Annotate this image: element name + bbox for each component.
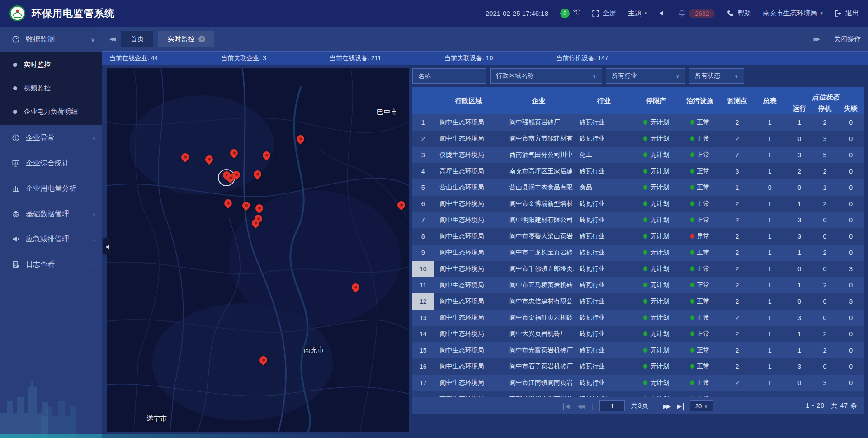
cell-total-meter: 0 [753,179,787,196]
map-pin[interactable] [254,203,264,213]
map-panel[interactable]: 巴中市 南充市 遂宁市 [107,68,409,432]
table-row[interactable]: 13阆中生态环境局阆中市金福旺页岩机砖砖瓦行业无计划正常21300 [412,310,864,326]
app-logo-icon [9,5,26,22]
theme-menu[interactable]: 主题 ▾ [628,9,647,18]
status-dot-green [690,348,694,353]
sidebar-subitem-视频监控[interactable]: 视频监控 [0,76,102,100]
tabs-scroll-left-icon[interactable]: ◀◀ [109,36,116,42]
cell-treatment: 正常 [679,245,722,261]
cell-index: 6 [412,196,434,212]
chevron-left-icon: ◀ [105,244,109,249]
sidebar: 数据监测∨实时监控视频监控企业电力负荷明细企业异常‹企业综合统计‹企业用电量分析… [0,27,102,438]
close-operations-button[interactable]: 关闭操作 [834,35,861,43]
region-filter-select[interactable]: 行政区域名称 ∨ [490,68,602,84]
table-row[interactable]: 12阆中生态环境局阆中市忠信建材有限公砖瓦行业无计划正常21003 [412,293,864,310]
map-pin[interactable] [295,133,306,144]
cell-enterprise: 阆中市五马桥页岩机砖 [504,277,574,293]
last-page-button[interactable]: ▶ [677,403,684,410]
table-row[interactable]: 4高坪生态环境局南充市高坪区王家店建砖瓦行业无计划正常31220 [412,163,864,179]
table-row[interactable]: 15阆中生态环境局阆中市光富页岩机砖厂砖瓦行业无计划正常21120 [412,342,864,358]
cell-offline: 0 [837,245,864,261]
sidebar-collapse-handle[interactable]: ◀ [103,238,111,254]
map-pin[interactable] [258,354,269,365]
industry-filter-select[interactable]: 所有行业 ∨ [606,68,685,84]
org-menu[interactable]: 南充市生态环境局 ▾ [763,9,823,18]
sidebar-item-应急减排管理[interactable]: 应急减排管理‹ [0,226,102,252]
sidebar-item-企业用电量分析[interactable]: 企业用电量分析‹ [0,176,102,201]
cell-region: 阆中生态环境局 [434,358,504,375]
sidebar-item-基础数据管理[interactable]: 基础数据管理‹ [0,201,102,226]
cell-running: 0 [787,375,812,391]
tab-home[interactable]: 首页 [121,31,153,47]
chevron-left-icon: ‹ [93,211,95,217]
fullscreen-button[interactable]: 全屏 [592,9,616,18]
cell-offline: 0 [837,375,864,391]
name-filter-input[interactable] [412,68,486,84]
table-row[interactable]: 2阆中生态环境局阆中市南方节能建材有砖瓦行业无计划正常21030 [412,131,864,147]
cell-offline: 0 [837,163,864,179]
help-label: 帮助 [737,9,751,18]
chevron-down-icon: ∨ [592,73,596,79]
page-size-select[interactable]: 20 ∨ [690,400,713,411]
sidebar-item-数据监测[interactable]: 数据监测∨ [0,27,102,52]
table-row[interactable]: 3仪陇生态环境局西南油气田分公司川中化工无计划正常71350 [412,147,864,163]
cell-index: 8 [412,228,434,245]
map-pin[interactable] [261,150,272,160]
status-dot-green [643,185,647,190]
cell-running: 3 [787,310,812,326]
table-row[interactable]: 14阆中生态环境局阆中大兴页岩机砖厂砖瓦行业无计划正常21120 [412,326,864,342]
total-count-label: 共 47 条 [831,402,857,409]
bar-chart-icon [12,184,20,193]
cell-index: 7 [412,212,434,228]
map-pin[interactable] [179,151,190,162]
cell-stop-limit: 无计划 [634,293,679,310]
table-row[interactable]: 5营山生态环境局营山县润丰肉食品有限食品无计划正常10010 [412,179,864,196]
status-filter-select[interactable]: 所有状态 ∨ [689,68,744,84]
table-row[interactable]: 10阆中生态环境局阆中市千佛镇五郎垭页岩砖瓦行业无计划正常21003 [412,261,864,277]
cell-enterprise: 阆中市金福旺页岩机砖 [504,310,574,326]
map-pin[interactable] [350,282,361,292]
table-row[interactable]: 7阆中生态环境局阆中明阳建材有限公司砖瓦行业无计划正常21300 [412,212,864,228]
sidebar-item-企业异常[interactable]: 企业异常‹ [0,125,102,151]
table-row[interactable]: 11阆中生态环境局阆中市五马桥页岩机砖砖瓦行业无计划正常21120 [412,277,864,293]
region-filter-value: 行政区域名称 [496,72,534,80]
table-row[interactable]: 16阆中生态环境局阆中市石子页岩机砖厂砖瓦行业无计划正常21300 [412,358,864,375]
sidebar-item-label: 企业用电量分析 [26,184,76,193]
table-row[interactable]: 9阆中生态环境局阆中市二龙长宝页岩砖砖瓦行业无计划正常21120 [412,245,864,261]
first-page-button[interactable]: ◀ [563,403,571,410]
map-pin[interactable] [241,200,251,211]
table-row[interactable]: 18南部生态环境局南部县瑞华水泥有限公建材(水泥无计划正常21030 [412,391,864,397]
enterprise-table-body: 1阆中生态环境局阆中强锐页岩砖厂砖瓦行业无计划正常211202阆中生态环境局阆中… [412,114,864,397]
sound-toggle[interactable] [659,9,666,17]
sidebar-subitem-企业电力负荷明细[interactable]: 企业电力负荷明细 [0,100,102,123]
map-pin[interactable] [203,154,214,165]
map-pin[interactable] [252,169,263,179]
sidebar-item-日志查看[interactable]: 日志查看‹ [0,252,102,277]
table-row[interactable]: 6阆中生态环境局阆中市金博瑞新型墙材砖瓦行业无计划正常21120 [412,196,864,212]
map-pin[interactable] [396,199,406,210]
cell-monitor-points: 2 [721,261,753,277]
help-button[interactable]: 帮助 [726,9,751,18]
next-page-button[interactable]: ▶▶ [663,403,671,410]
map-pin[interactable] [222,198,233,208]
sidebar-item-企业综合统计[interactable]: 企业综合统计‹ [0,151,102,176]
content-area: ◀◀ 首页 实时监控 × ▶▶ 关闭操作 当前在线企业: 44当前失联企业: 3… [102,27,868,438]
cell-offline: 0 [837,228,864,245]
cell-stop-limit: 无计划 [634,196,679,212]
cell-stop-limit: 无计划 [634,245,679,261]
cell-offline: 3 [837,293,864,310]
sidebar-subitem-实时监控[interactable]: 实时监控 [0,53,102,76]
chevron-down-icon: ∨ [734,73,738,79]
prev-page-button[interactable]: ◀◀ [577,403,585,410]
table-row[interactable]: 1阆中生态环境局阆中强锐页岩砖厂砖瓦行业无计划正常21120 [412,114,864,131]
table-row[interactable]: 8阆中生态环境局阆中市枣碧大梁山页岩砖瓦行业无计划异常21300 [412,228,864,245]
logout-button[interactable]: 退出 [835,9,859,18]
map-pin[interactable] [228,147,239,158]
page-number-input[interactable]: 1 [599,400,625,411]
notifications-button[interactable]: 2632 [678,9,715,18]
tabs-scroll-right-icon[interactable]: ▶▶ [814,36,820,42]
table-row[interactable]: 17阆中生态环境局阆中市江南镇阆南页岩砖瓦行业无计划正常21030 [412,375,864,391]
close-tab-icon[interactable]: × [198,36,205,42]
layers-icon [12,210,20,218]
tab-realtime-monitor[interactable]: 实时监控 × [158,31,214,47]
